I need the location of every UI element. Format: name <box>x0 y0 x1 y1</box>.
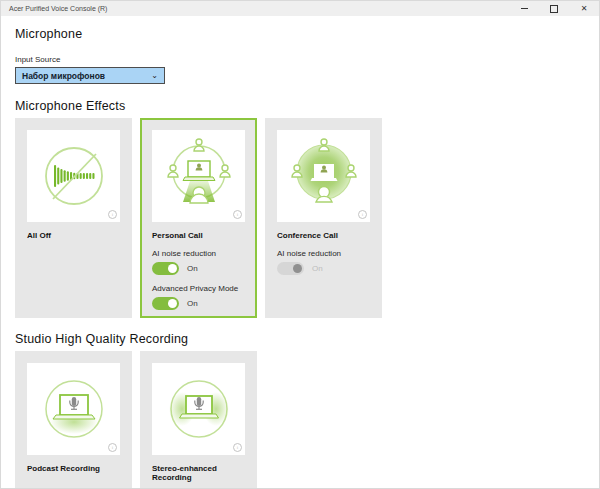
minimize-button[interactable] <box>509 1 539 16</box>
maximize-button[interactable] <box>539 1 569 16</box>
input-source-label: Input Source <box>15 55 599 64</box>
conference-ai-noise-reduction-row: On <box>277 262 370 275</box>
ai-noise-reduction-state: On <box>187 264 198 273</box>
card-label-stereo-enhanced-recording: Stereo-enhanced Recording <box>152 464 245 482</box>
toggle-knob <box>168 299 177 308</box>
effects-cards-row: i All Off <box>15 118 599 318</box>
effects-heading: Microphone Effects <box>15 99 599 113</box>
window-title: Acer Purified Voice Console (R) <box>9 5 107 12</box>
input-source-value: Набор микрофонов <box>22 71 105 81</box>
studio-card-podcast-recording[interactable]: i Podcast Recording <box>15 351 132 489</box>
minimize-icon <box>521 8 528 9</box>
advanced-privacy-mode-state: On <box>187 299 198 308</box>
card-label-podcast-recording: Podcast Recording <box>27 464 120 473</box>
studio-card-stereo-enhanced-recording[interactable]: i Stereo-enhanced Recording <box>140 351 257 489</box>
conference-call-icon: i <box>277 130 370 222</box>
microphone-heading: Microphone <box>15 27 599 41</box>
info-icon[interactable]: i <box>358 210 367 219</box>
close-button[interactable]: ✕ <box>569 1 599 16</box>
main-content: Microphone Input Source Набор микрофонов… <box>1 27 599 489</box>
conference-ai-noise-reduction-label: AI noise reduction <box>277 249 370 258</box>
all-off-icon: i <box>27 130 120 222</box>
close-icon: ✕ <box>581 5 588 13</box>
studio-heading: Studio High Quality Recording <box>15 332 599 346</box>
conference-ai-noise-reduction-toggle <box>277 262 304 275</box>
podcast-recording-icon: i <box>27 363 120 455</box>
ai-noise-reduction-label: AI noise reduction <box>152 249 245 258</box>
personal-call-icon: i <box>152 130 245 222</box>
advanced-privacy-mode-label: Advanced Privacy Mode <box>152 284 245 293</box>
maximize-icon <box>550 5 558 13</box>
conference-ai-noise-reduction-state: On <box>312 264 323 273</box>
window-controls: ✕ <box>509 1 599 16</box>
app-window: Acer Purified Voice Console (R) ✕ Microp… <box>0 0 600 489</box>
card-label-personal-call: Personal Call <box>152 231 245 240</box>
ai-noise-reduction-row: On <box>152 262 245 275</box>
ai-noise-reduction-toggle[interactable] <box>152 262 179 275</box>
info-icon[interactable]: i <box>233 210 242 219</box>
studio-cards-row: i Podcast Recording i Ste <box>15 351 599 489</box>
toggle-knob <box>293 264 302 273</box>
stereo-enhanced-recording-icon: i <box>152 363 245 455</box>
chevron-down-icon: ⌄ <box>151 72 158 80</box>
toggle-knob <box>168 264 177 273</box>
info-icon[interactable]: i <box>108 443 117 452</box>
card-label-conference-call: Conference Call <box>277 231 370 240</box>
input-source-dropdown[interactable]: Набор микрофонов ⌄ <box>15 67 165 84</box>
advanced-privacy-mode-toggle[interactable] <box>152 297 179 310</box>
titlebar: Acer Purified Voice Console (R) ✕ <box>1 1 599 16</box>
effect-card-all-off[interactable]: i All Off <box>15 118 132 318</box>
advanced-privacy-mode-row: On <box>152 297 245 310</box>
effect-card-personal-call[interactable]: i Personal Call AI noise reduction On Ad… <box>140 118 257 318</box>
card-label-all-off: All Off <box>27 231 120 240</box>
effect-card-conference-call[interactable]: i Conference Call AI noise reduction On <box>265 118 382 318</box>
info-icon[interactable]: i <box>108 210 117 219</box>
info-icon[interactable]: i <box>233 443 242 452</box>
